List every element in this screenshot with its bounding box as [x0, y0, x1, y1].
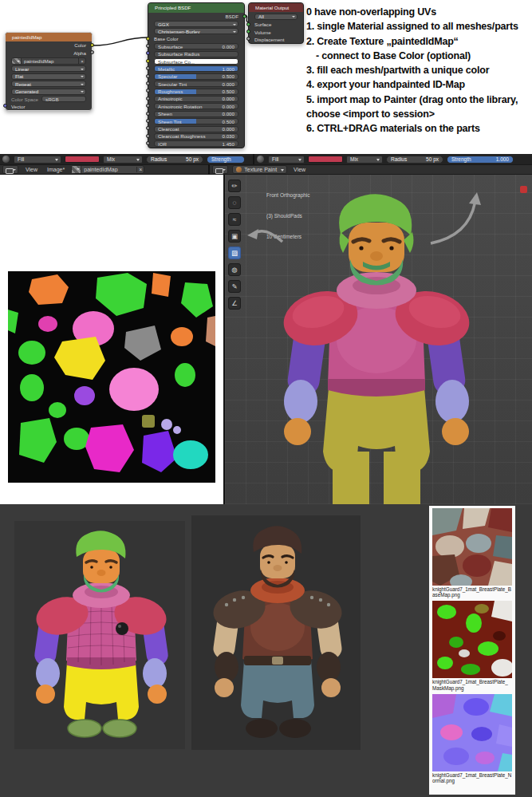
brush-type-dropdown-left[interactable]: Fill — [14, 156, 61, 164]
specular-slider[interactable]: Specular0.500 — [154, 73, 238, 80]
color-space-label: Color Space — [11, 97, 38, 102]
tool-mask-icon[interactable] — [228, 263, 241, 276]
menu-image[interactable]: Image* — [42, 164, 69, 175]
tool-smear-icon[interactable] — [228, 213, 241, 226]
image-editor-canvas[interactable] — [0, 175, 223, 504]
subsurface-color-swatch[interactable]: Subsurface Co... — [154, 58, 238, 65]
projection-dropdown[interactable]: Flat — [11, 73, 86, 80]
brush-color-swatch-left[interactable] — [65, 156, 100, 163]
unlink-icon[interactable] — [78, 58, 85, 64]
viewport-toolbar — [228, 180, 241, 310]
base-color-socket[interactable] — [146, 37, 150, 41]
blend-mode-dropdown-left[interactable]: Mix — [103, 156, 143, 164]
input-vector: Vector — [6, 103, 92, 110]
instruction-line: 4. export your handpainted ID-Map — [306, 77, 530, 92]
input-surface: Surface — [249, 21, 303, 28]
mode-selector[interactable]: Texture Paint — [232, 165, 287, 174]
node-header[interactable]: Material Output — [249, 3, 303, 12]
strength-field-left[interactable]: Strength — [207, 156, 245, 164]
file-item[interactable]: knightGuard7_1mat_BreastPlate_BaseMap.pn… — [432, 508, 512, 598]
brush-preview-icon[interactable] — [257, 156, 264, 163]
editor-divider — [208, 164, 210, 175]
brush-preview-icon[interactable] — [2, 156, 10, 163]
image-editor-type-icon[interactable] — [2, 165, 18, 174]
image-datablock-name[interactable]: paintedIdMap — [22, 58, 78, 64]
metallic-slider[interactable]: Metallic1.000 — [154, 65, 238, 72]
character-model-3d — [261, 184, 492, 504]
menu-view-left[interactable]: View — [21, 164, 42, 175]
tool-soften-icon[interactable] — [228, 196, 241, 209]
radius-field-right[interactable]: Radius50 px — [386, 156, 443, 164]
volume-socket[interactable] — [246, 30, 250, 34]
radius-field-left[interactable]: Radius50 px — [146, 156, 203, 164]
anisotropic-slider[interactable]: Anisotropic0.000 — [154, 96, 238, 102]
strength-field-right[interactable]: Strength1.000 — [447, 156, 514, 164]
color-space-value[interactable]: sRGB — [41, 96, 86, 102]
file-name[interactable]: knightGuard7_1mat_BreastPlate_MaskMap.pn… — [432, 679, 512, 690]
tool-annotate-icon[interactable] — [228, 280, 241, 293]
tool-clone-icon[interactable] — [228, 230, 241, 243]
menu-view-right[interactable]: View — [289, 164, 310, 175]
displacement-socket[interactable] — [246, 37, 250, 41]
node-header[interactable]: paintedIdMap — [6, 33, 92, 41]
unlink-icon[interactable] — [136, 167, 144, 172]
file-thumbnail-normalmap[interactable] — [432, 694, 512, 771]
bsdf-socket[interactable] — [242, 14, 246, 18]
node-header[interactable]: Principled BSDF — [148, 3, 244, 13]
node-material-output[interactable]: Material Output All Surface Volume Displ… — [248, 2, 304, 44]
anisotropic-rotation-slider[interactable]: Anisotropic Rotation0.000 — [154, 103, 238, 109]
instruction-line: 2. Create Texture „paintedIdMap“ — [306, 34, 530, 49]
viewport-3d[interactable]: Front Orthographic (3) ShouldPads 10 Cen… — [223, 175, 532, 504]
bottom-strip: knightGuard7_1mat_BreastPlate_BaseMap.pn… — [0, 504, 532, 797]
output-bsdf: BSDF — [148, 13, 244, 20]
editor-header-bar: View Image* paintedIdMap Texture Paint V… — [0, 164, 532, 175]
subsurface-method-dropdown[interactable]: Christensen-Burley — [154, 28, 238, 34]
instruction-line: 3. fill each mesh/partwith a unique colo… — [306, 63, 530, 77]
file-name[interactable]: knightGuard7_1mat_BreastPlate_BaseMap.pn… — [432, 586, 512, 598]
specular-tint-slider[interactable]: Specular Tint0.000 — [154, 81, 238, 87]
subsurface-radius-field[interactable]: Subsurface Radius — [154, 51, 238, 57]
roughness-slider[interactable]: Roughness0.500 — [154, 89, 238, 95]
clearcoat-roughness-slider[interactable]: Clearcoat Roughness0.030 — [154, 133, 238, 140]
interpolation-dropdown[interactable]: Linear — [11, 65, 86, 72]
image-browse-icon[interactable] — [12, 58, 22, 64]
file-item[interactable]: knightGuard7_1mat_BreastPlate_Normal.png — [432, 694, 512, 783]
extension-dropdown[interactable]: Repeat — [11, 81, 86, 87]
image-datablock-selector[interactable]: paintedIdMap — [71, 165, 144, 174]
viewport-editor-type-icon[interactable] — [212, 165, 228, 174]
image-datablock-row[interactable]: paintedIdMap — [6, 57, 92, 65]
editor-divider — [253, 154, 254, 164]
sheen-slider[interactable]: Sheen0.000 — [154, 111, 238, 117]
source-dropdown[interactable]: Generated — [11, 89, 86, 95]
painted-id-map-image[interactable] — [8, 271, 215, 483]
file-name[interactable]: knightGuard7_1mat_BreastPlate_Normal.png — [432, 772, 512, 783]
brush-color-swatch-right[interactable] — [308, 156, 343, 163]
file-thumbnail-basemap[interactable] — [432, 508, 512, 586]
vector-socket[interactable] — [3, 104, 7, 108]
sheen-tint-slider[interactable]: Sheen Tint0.500 — [154, 118, 238, 124]
image-browse-icon[interactable] — [72, 166, 81, 173]
instruction-line: 0 have non-overlapping UVs — [306, 5, 530, 19]
surface-socket[interactable] — [246, 22, 250, 26]
target-dropdown[interactable]: All — [254, 14, 298, 20]
tool-measure-icon[interactable] — [228, 297, 241, 310]
alpha-socket[interactable] — [90, 50, 94, 54]
blend-mode-dropdown-right[interactable]: Mix — [346, 156, 383, 164]
node-painted-id-map[interactable]: paintedIdMap Color Alpha paintedIdMap Li… — [5, 32, 93, 111]
viewport-red-corner-icon — [520, 186, 527, 193]
node-principled-bsdf[interactable]: Principled BSDF BSDF GGX Christensen-Bur… — [148, 2, 245, 148]
distribution-dropdown[interactable]: GGX — [154, 21, 238, 27]
brush-type-dropdown-right[interactable]: Fill — [268, 156, 305, 164]
subsurface-slider[interactable]: Subsurface0.000 — [154, 43, 238, 49]
file-item[interactable]: knightGuard7_1mat_BreastPlate_MaskMap.pn… — [432, 601, 512, 690]
texture-file-list: knightGuard7_1mat_BreastPlate_BaseMap.pn… — [429, 506, 515, 795]
texture-paint-mode-icon — [236, 167, 242, 172]
input-displacement: Displacement — [249, 36, 303, 43]
clearcoat-slider[interactable]: Clearcoat0.000 — [154, 126, 238, 132]
input-volume: Volume — [249, 28, 303, 35]
ior-field[interactable]: IOR1.450 — [154, 140, 238, 147]
tool-draw-icon[interactable] — [228, 180, 241, 192]
tool-fill-icon[interactable] — [228, 247, 241, 259]
file-thumbnail-maskmap[interactable] — [432, 601, 512, 678]
color-socket[interactable] — [90, 43, 94, 47]
